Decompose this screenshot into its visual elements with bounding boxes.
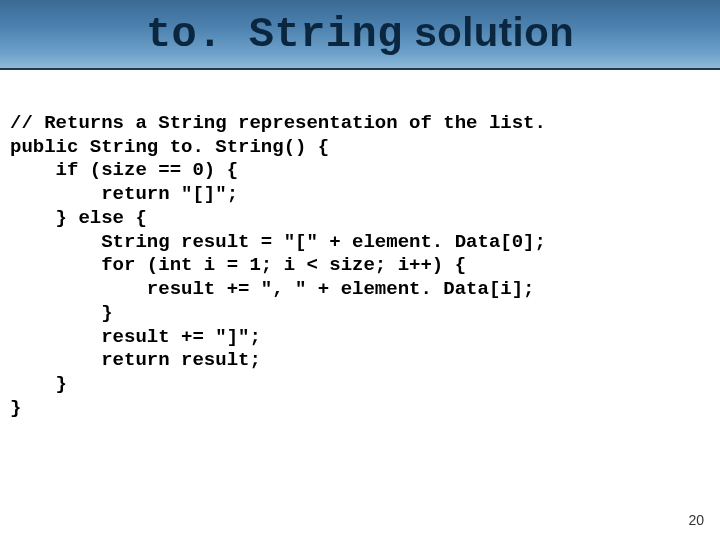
- code-line: for (int i = 1; i < size; i++) {: [10, 254, 466, 276]
- code-line: }: [10, 302, 113, 324]
- code-line: return result;: [10, 349, 261, 371]
- code-line: String result = "[" + element. Data[0];: [10, 231, 546, 253]
- code-line: } else {: [10, 207, 147, 229]
- code-line: return "[]";: [10, 183, 238, 205]
- code-block: // Returns a String representation of th…: [0, 70, 720, 421]
- title-rest-part: solution: [403, 10, 574, 54]
- slide-title-bar: to. String solution: [0, 0, 720, 70]
- slide-title: to. String solution: [146, 10, 574, 59]
- code-line: public String to. String() {: [10, 136, 329, 158]
- code-line: }: [10, 397, 21, 419]
- code-line: }: [10, 373, 67, 395]
- code-line: result += ", " + element. Data[i];: [10, 278, 535, 300]
- code-line: result += "]";: [10, 326, 261, 348]
- code-line: if (size == 0) {: [10, 159, 238, 181]
- code-line: // Returns a String representation of th…: [10, 112, 546, 134]
- title-mono-part: to. String: [146, 11, 403, 59]
- page-number: 20: [688, 512, 704, 528]
